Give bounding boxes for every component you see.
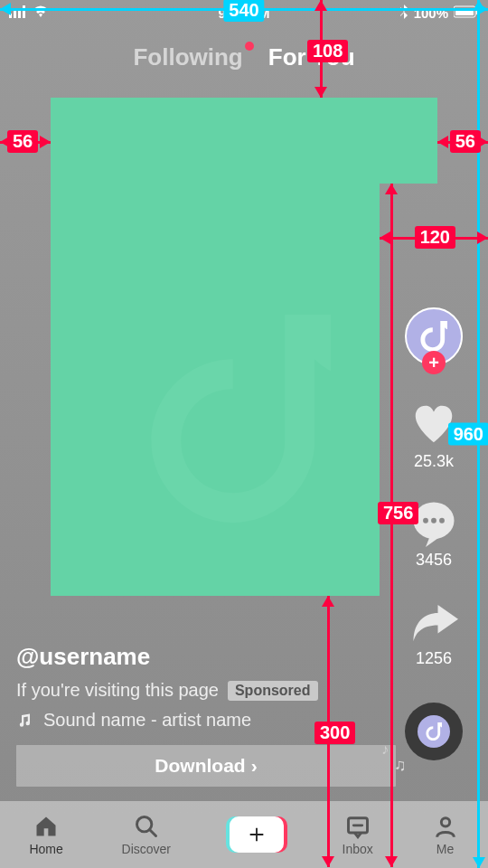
dim-width-badge: 540 [223, 0, 264, 22]
bluetooth-icon [399, 5, 408, 22]
comment-count: 3456 [416, 551, 452, 570]
share-icon [409, 597, 458, 646]
home-icon [33, 814, 60, 839]
nav-me[interactable]: Me [432, 814, 459, 856]
chevron-right-icon: › [251, 755, 258, 777]
person-icon [432, 814, 459, 839]
nav-create[interactable] [230, 816, 284, 853]
svg-point-9 [431, 518, 436, 524]
nav-inbox[interactable]: Inbox [343, 814, 373, 856]
search-icon [133, 814, 160, 839]
like-count: 25.3k [414, 452, 454, 471]
dim-height-badge: 960 [448, 423, 488, 446]
caption-text: If you're visiting this page [16, 680, 219, 701]
username[interactable]: @username [16, 643, 371, 671]
caption-row: If you're visiting this page Sponsored [16, 680, 371, 701]
nav-discover-label: Discover [122, 842, 171, 856]
svg-rect-3 [23, 5, 25, 18]
tab-following[interactable]: Following [133, 43, 242, 71]
sound-name: Sound name - artist name [43, 710, 251, 731]
svg-text:♫: ♫ [394, 756, 407, 774]
nav-home-label: Home [29, 842, 62, 856]
cta-button[interactable]: Download › [16, 745, 396, 787]
svg-point-10 [439, 518, 445, 524]
tiktok-icon [426, 722, 442, 741]
share-count: 1256 [416, 649, 452, 668]
svg-rect-1 [14, 11, 16, 18]
follow-plus-icon[interactable]: + [422, 351, 446, 374]
nav-inbox-label: Inbox [343, 842, 373, 856]
svg-point-8 [423, 518, 428, 524]
nav-home[interactable]: Home [29, 814, 62, 856]
svg-line-14 [149, 829, 155, 835]
svg-point-17 [441, 817, 449, 826]
music-note-icon [16, 712, 33, 729]
sponsored-badge: Sponsored [228, 681, 318, 701]
inbox-icon [344, 814, 371, 839]
tiktok-icon [420, 321, 447, 352]
action-rail: + 25.3k 3456 1256 [389, 307, 479, 760]
plus-icon [247, 825, 267, 844]
dim-rail-height [390, 184, 393, 867]
feed-tabs: Following For You [0, 43, 488, 71]
tiktok-logo-icon [150, 315, 331, 523]
nav-discover[interactable]: Discover [122, 814, 171, 856]
tab-following-label: Following [133, 43, 242, 71]
cta-label: Download [155, 755, 245, 777]
video-meta: @username If you're visiting this page S… [16, 643, 371, 787]
bottom-nav: Home Discover Inbox Me [0, 801, 488, 868]
author-avatar[interactable]: + [405, 307, 463, 365]
share-button[interactable]: 1256 [409, 597, 458, 668]
nav-me-label: Me [436, 842, 454, 856]
notification-dot-icon [245, 42, 254, 51]
